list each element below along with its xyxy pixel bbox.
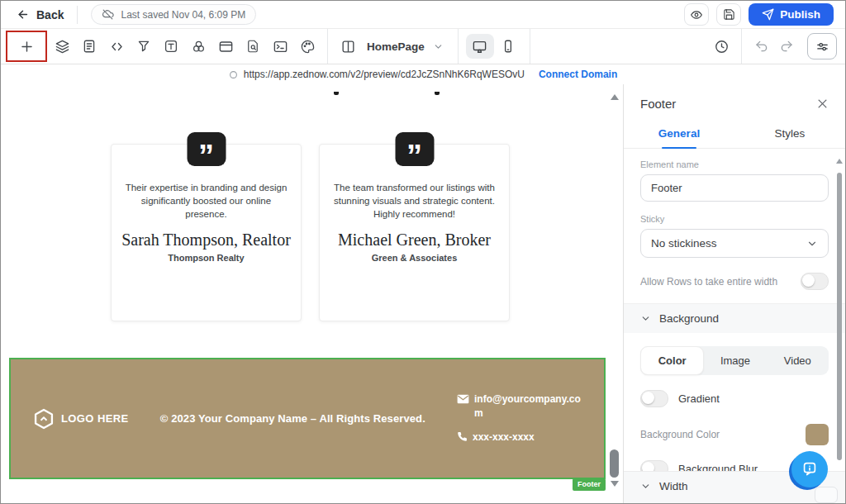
page-selector[interactable]: HomePage: [360, 37, 450, 56]
document-icon: [82, 39, 97, 54]
terminal-icon: [273, 39, 288, 55]
filter-button[interactable]: [131, 34, 156, 59]
quote-icon-remnant: [334, 92, 339, 95]
scroll-down-arrow[interactable]: [611, 481, 619, 487]
page-selector-value: HomePage: [367, 40, 425, 53]
allow-rows-label: Allow Rows to take entire width: [640, 276, 801, 288]
redo-icon: [779, 39, 794, 54]
testimonial-company: Green & Associates: [320, 253, 509, 263]
last-saved-badge: Last saved Nov 04, 6:09 PM: [91, 4, 256, 25]
plus-icon: [19, 39, 35, 55]
console-button[interactable]: [268, 34, 292, 59]
footer-contacts: info@yourcompany.com xxx-xxx-xxxx: [457, 392, 582, 445]
code-button[interactable]: [104, 34, 129, 59]
background-section-header[interactable]: Background: [624, 303, 845, 333]
page-canvas[interactable]: ” Their expertise in branding and design…: [1, 84, 623, 504]
envelope-icon: [457, 394, 469, 404]
monitor-icon: [472, 39, 487, 55]
panel-scroll-up-arrow[interactable]: [836, 159, 843, 164]
save-button[interactable]: [716, 3, 741, 26]
send-icon: [762, 8, 774, 21]
chat-info-icon: [801, 460, 819, 478]
gradient-toggle[interactable]: [640, 390, 668, 407]
preview-button[interactable]: [684, 3, 709, 26]
scrollbar-thumb[interactable]: [610, 449, 619, 478]
publish-button[interactable]: Publish: [749, 3, 834, 26]
testimonial-card[interactable]: ” Their expertise in branding and design…: [111, 144, 302, 321]
browser-card-button[interactable]: [213, 34, 238, 59]
chevron-down-icon: [640, 481, 651, 492]
back-label: Back: [36, 8, 64, 21]
back-button[interactable]: Back: [16, 7, 64, 21]
last-saved-text: Last saved Nov 04, 6:09 PM: [121, 9, 245, 21]
hidden-corner-button[interactable]: [815, 487, 838, 503]
preview-url-bar: https://app.zednow.com/v2/preview/cd2JcZ…: [1, 64, 845, 84]
top-bar: Back Last saved Nov 04, 6:09 PM: [1, 1, 845, 29]
bg-tab-image[interactable]: Image: [704, 346, 766, 375]
divider: [77, 6, 78, 24]
testimonial-quote: Their expertise in branding and design s…: [123, 182, 289, 221]
sliders-icon: [815, 40, 829, 54]
eye-icon: [690, 8, 703, 21]
page-settings-button[interactable]: [807, 33, 837, 59]
palette-icon: [300, 39, 316, 55]
clock-history-icon: [714, 39, 730, 55]
divider: [458, 29, 459, 64]
footer-phone-row: xxx-xxx-xxxx: [457, 430, 582, 445]
divider: [530, 29, 530, 64]
sticky-select-value: No stickiness: [651, 237, 717, 250]
editor-toolbar: HomePage: [1, 29, 845, 64]
mobile-view-button[interactable]: [494, 34, 522, 59]
testimonial-card[interactable]: ” The team transformed our listings with…: [319, 144, 510, 321]
quote-icon: ”: [187, 132, 226, 166]
bg-tab-color[interactable]: Color: [640, 346, 704, 375]
theme-button[interactable]: [295, 34, 320, 59]
background-color-swatch[interactable]: [806, 424, 829, 445]
redo-button[interactable]: [774, 34, 799, 59]
builder-window: Back Last saved Nov 04, 6:09 PM: [0, 0, 846, 504]
close-icon[interactable]: [816, 97, 829, 110]
tab-styles[interactable]: Styles: [734, 121, 845, 148]
funnel-icon: [136, 39, 151, 54]
hexagon-logo-icon: [32, 407, 55, 430]
testimonial-company: Thompson Realty: [112, 253, 301, 263]
add-element-highlight: [6, 31, 47, 62]
footer-content: LOGO HERE © 2023 Your Company Name – All…: [11, 359, 604, 478]
testimonials-row: ” Their expertise in branding and design…: [111, 144, 510, 321]
layout-columns-button[interactable]: [335, 34, 360, 59]
testimonial-name: Michael Green, Broker: [326, 231, 502, 250]
background-color-label: Background Color: [640, 429, 720, 440]
code-icon: [109, 39, 125, 55]
help-chat-button[interactable]: [791, 451, 828, 487]
save-icon: [723, 8, 735, 21]
scroll-up-arrow[interactable]: [611, 94, 619, 100]
status-circle-icon: [229, 70, 238, 79]
testimonial-name: Sarah Thompson, Realtor: [118, 231, 294, 250]
desktop-view-button[interactable]: [466, 34, 494, 59]
tab-general[interactable]: General: [624, 121, 734, 148]
add-element-button[interactable]: [14, 34, 39, 59]
panel-scrollbar-thumb[interactable]: [837, 173, 842, 460]
page-search-button[interactable]: [240, 34, 265, 59]
cloud-off-icon: [102, 8, 114, 21]
connect-domain-link[interactable]: Connect Domain: [539, 69, 617, 80]
history-button[interactable]: [709, 34, 734, 59]
footer-copyright: © 2023 Your Company Name – All Rights Re…: [160, 412, 425, 425]
form-button[interactable]: [77, 34, 102, 59]
layers-button[interactable]: [50, 34, 74, 59]
text-button[interactable]: [159, 34, 183, 59]
allow-rows-toggle[interactable]: [801, 273, 829, 290]
footer-element-selected[interactable]: LOGO HERE © 2023 Your Company Name – All…: [9, 358, 606, 479]
element-name-label: Element name: [640, 159, 829, 169]
text-icon: [164, 39, 178, 54]
element-name-input[interactable]: [640, 174, 829, 202]
publish-label: Publish: [780, 8, 820, 21]
quote-icon-remnant: [435, 92, 440, 95]
shapes-button[interactable]: [186, 34, 211, 59]
properties-panel: Footer General Styles Element name Stick…: [623, 84, 845, 504]
preview-url: https://app.zednow.com/v2/preview/cd2JcZ…: [244, 69, 525, 80]
undo-button[interactable]: [749, 34, 774, 59]
sticky-select[interactable]: No stickiness: [640, 229, 829, 258]
bg-tab-video[interactable]: Video: [767, 346, 829, 375]
canvas-scrollbar[interactable]: [608, 89, 621, 499]
